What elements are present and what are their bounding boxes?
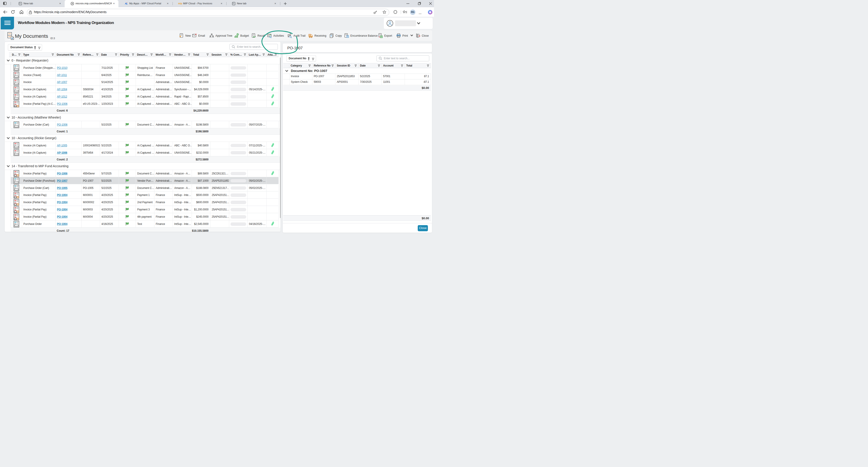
svg-text:$: $ <box>237 33 238 35</box>
svg-text:$: $ <box>347 35 348 37</box>
